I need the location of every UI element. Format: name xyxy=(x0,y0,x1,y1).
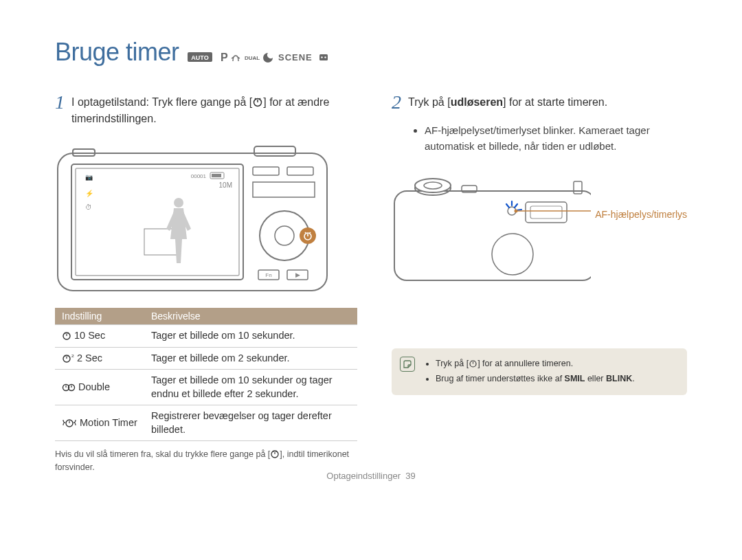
svg-text:10M: 10M xyxy=(219,181,232,189)
svg-point-52 xyxy=(515,210,518,213)
svg-rect-23 xyxy=(253,167,279,175)
step-2-bullets: AF-hjælpelyset/timerlyset blinker. Kamer… xyxy=(412,123,687,154)
row-3-setting: Double xyxy=(55,370,144,405)
svg-point-22 xyxy=(174,198,183,208)
svg-text:00001: 00001 xyxy=(191,173,207,179)
row-4-desc: Registrerer bevægelser og tager derefter… xyxy=(144,405,357,441)
svg-text:📷: 📷 xyxy=(85,173,93,181)
step-2-bullet-1: AF-hjælpelyset/timerlyset blinker. Kamer… xyxy=(425,123,687,154)
info-2-pre: Brug af timer understøttes ikke af xyxy=(436,374,565,383)
svg-point-6 xyxy=(321,56,322,58)
row-3-desc: Tager et billede om 10 sekunder og tager… xyxy=(144,370,357,405)
row-2-label: 2 Sec xyxy=(77,352,102,363)
af-light-callout: AF-hjælpelys/timerlys xyxy=(595,209,687,220)
info-1-pre: Tryk på [ xyxy=(436,359,469,368)
svg-point-27 xyxy=(275,226,294,245)
step-2-num: 2 xyxy=(392,93,401,112)
svg-rect-13 xyxy=(76,168,239,276)
page-title-row: Bruge timer AUTO P DUAL SCENE xyxy=(55,38,687,67)
svg-rect-41 xyxy=(394,191,591,280)
mode-icon-strip: AUTO P DUAL SCENE xyxy=(188,50,332,65)
step-1-text: I optagetilstand: Tryk flere gange på []… xyxy=(71,94,350,127)
svg-text:⚡: ⚡ xyxy=(85,189,94,198)
row-2-desc: Tager et billede om 2 sekunder. xyxy=(144,347,357,370)
table-row: 2S 2 Sec Tager et billede om 2 sekunder. xyxy=(55,347,357,370)
timer-icon xyxy=(469,359,477,368)
svg-rect-12 xyxy=(71,164,243,280)
svg-text:AUTO: AUTO xyxy=(191,54,208,60)
svg-rect-25 xyxy=(253,182,315,197)
camera-front-svg xyxy=(392,173,591,287)
info-2-b2: BLINK xyxy=(606,374,632,383)
page-title: Bruge timer xyxy=(55,38,179,66)
svg-point-50 xyxy=(492,234,533,275)
table-header-row: Indstilling Beskrivelse xyxy=(55,308,357,325)
svg-text:▶: ▶ xyxy=(295,271,300,278)
timer-10s-icon xyxy=(62,331,71,340)
info-2-post: . xyxy=(632,374,634,383)
timer-icon xyxy=(252,96,263,107)
svg-text:P: P xyxy=(221,52,228,63)
info-1-post: ] for at annullere timeren. xyxy=(477,359,573,368)
svg-text:2S: 2S xyxy=(71,354,74,358)
page-footer: Optageindstillinger 39 xyxy=(0,471,742,481)
columns: 1 I optagetilstand: Tryk flere gange på … xyxy=(55,94,687,474)
footnote-pre: Hvis du vil slå timeren fra, skal du try… xyxy=(55,449,270,459)
timer-double-icon xyxy=(62,382,76,392)
timer-icon xyxy=(270,449,280,458)
mode-icons: AUTO P DUAL SCENE xyxy=(188,50,332,65)
svg-text:DUAL: DUAL xyxy=(245,55,260,61)
th-setting: Indstilling xyxy=(55,308,144,325)
th-description: Beskrivelse xyxy=(144,308,357,325)
table-row: 10 Sec Tager et billede om 10 sekunder. xyxy=(55,325,357,348)
svg-point-7 xyxy=(324,56,326,58)
step-2-post: ] for at starte timeren. xyxy=(503,96,607,108)
row-1-desc: Tager et billede om 10 sekunder. xyxy=(144,325,357,348)
footer-section: Optageindstillinger xyxy=(326,471,401,481)
step-2-pre: Tryk på [ xyxy=(408,96,451,108)
svg-rect-48 xyxy=(526,202,567,223)
row-1-setting: 10 Sec xyxy=(55,325,144,348)
timer-2s-icon: 2S xyxy=(62,353,74,363)
settings-table-wrap: Indstilling Beskrivelse 10 Sec Tager et … xyxy=(55,308,350,474)
svg-text:Fn: Fn xyxy=(265,272,271,278)
svg-point-43 xyxy=(415,179,451,192)
svg-rect-17 xyxy=(212,174,221,177)
camera-back-svg: 📷 00001 10M ⚡ ⏱ xyxy=(55,139,330,294)
info-2-b1: SMIL xyxy=(565,374,585,383)
info-item-2: Brug af timer understøttes ikke af SMIL … xyxy=(436,372,677,385)
step-1-num: 1 xyxy=(55,93,65,112)
settings-table: Indstilling Beskrivelse 10 Sec Tager et … xyxy=(55,308,357,441)
info-item-1: Tryk på [] for at annullere timeren. xyxy=(436,357,677,370)
svg-rect-5 xyxy=(319,54,328,60)
svg-rect-24 xyxy=(287,167,313,175)
row-3-label: Double xyxy=(78,381,110,392)
row-4-label: Motion Timer xyxy=(80,417,137,428)
table-row: Double Tager et billede om 10 sekunder o… xyxy=(55,370,357,405)
step-2: 2 Tryk på [udløseren] for at starte time… xyxy=(392,94,687,112)
step-1: 1 I optagetilstand: Tryk flere gange på … xyxy=(55,94,350,127)
step-2-text: Tryk på [udløseren] for at starte timere… xyxy=(408,94,607,111)
row-2-setting: 2S 2 Sec xyxy=(55,347,144,370)
camera-front-illustration: AF-hjælpelys/timerlys xyxy=(392,166,687,287)
svg-text:SCENE: SCENE xyxy=(278,52,313,63)
left-column: 1 I optagetilstand: Tryk flere gange på … xyxy=(55,94,350,474)
row-4-setting: Motion Timer xyxy=(55,405,144,441)
right-column: 2 Tryk på [udløseren] for at starte time… xyxy=(392,94,687,474)
row-1-label: 10 Sec xyxy=(74,330,105,341)
svg-rect-49 xyxy=(530,206,562,219)
camera-back-illustration: 📷 00001 10M ⚡ ⏱ xyxy=(55,139,350,297)
info-2-mid: eller xyxy=(585,374,606,383)
page: Bruge timer AUTO P DUAL SCENE xyxy=(0,0,742,502)
note-icon xyxy=(400,357,415,372)
table-row: Motion Timer Registrerer bevægelser og t… xyxy=(55,405,357,441)
step-1-pre: I optagetilstand: Tryk flere gange på [ xyxy=(71,96,252,108)
svg-text:⏱: ⏱ xyxy=(85,203,92,211)
timer-motion-icon xyxy=(62,418,77,427)
footer-page: 39 xyxy=(405,471,415,481)
svg-rect-11 xyxy=(254,146,295,156)
step-2-trigger: udløseren xyxy=(451,96,503,108)
svg-rect-46 xyxy=(574,181,582,194)
info-box: Tryk på [] for at annullere timeren. Bru… xyxy=(392,348,687,395)
